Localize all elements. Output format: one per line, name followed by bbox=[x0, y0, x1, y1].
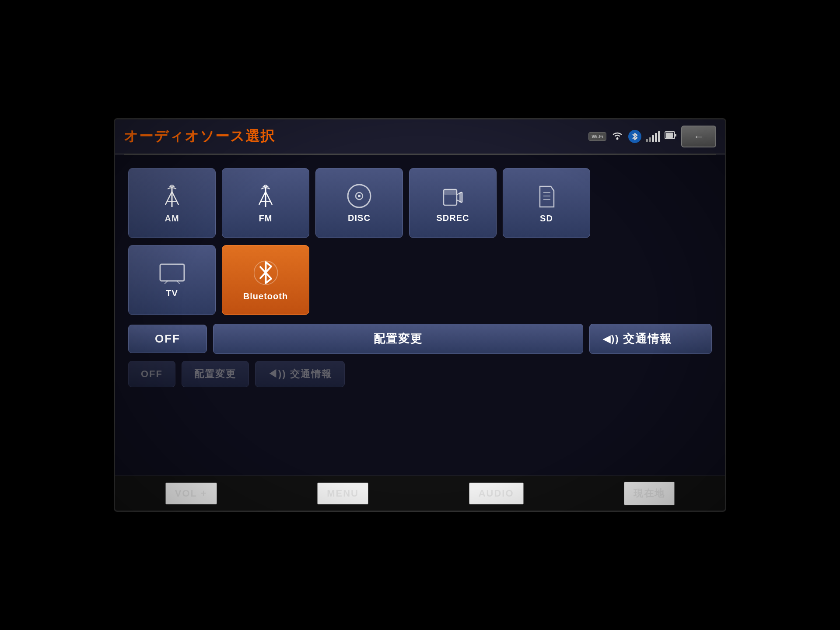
physical-buttons-bar: VOL + MENU AUDIO 現在地 bbox=[115, 476, 725, 511]
ghost-arrange: 配置変更 bbox=[182, 361, 249, 387]
ghost-traffic: ◀)) 交通情報 bbox=[255, 361, 345, 387]
page-title: オーディオソース選択 bbox=[124, 127, 275, 146]
disc-label: DISC bbox=[348, 213, 371, 223]
off-button[interactable]: OFF bbox=[128, 325, 207, 353]
source-button-sd[interactable]: SD bbox=[503, 168, 590, 238]
fm-label: FM bbox=[259, 214, 273, 224]
traffic-button[interactable]: ◀)) 交通情報 bbox=[589, 324, 712, 354]
svg-rect-16 bbox=[444, 189, 457, 195]
svg-point-14 bbox=[358, 195, 360, 197]
source-row-2: TV Bluetooth bbox=[128, 245, 712, 315]
status-icons: Wi-Fi bbox=[588, 126, 716, 147]
car-nav-screen: オーディオソース選択 Wi-Fi bbox=[114, 118, 726, 512]
sdrec-label: SDREC bbox=[436, 213, 469, 223]
source-button-am[interactable]: AM bbox=[128, 168, 216, 238]
current-location-button[interactable]: 現在地 bbox=[624, 482, 675, 505]
menu-button[interactable]: MENU bbox=[317, 483, 368, 504]
svg-rect-3 bbox=[666, 133, 673, 138]
signal-strength-icon bbox=[646, 131, 660, 142]
bluetooth-label: Bluetooth bbox=[243, 291, 288, 301]
main-content: AM FM bbox=[115, 155, 725, 476]
svg-line-10 bbox=[266, 192, 272, 205]
source-button-fm[interactable]: FM bbox=[222, 168, 309, 238]
svg-point-0 bbox=[616, 138, 619, 140]
header-bar: オーディオソース選択 Wi-Fi bbox=[115, 119, 725, 154]
vol-plus-button[interactable]: VOL + bbox=[165, 483, 217, 504]
am-label: AM bbox=[164, 214, 179, 224]
svg-rect-23 bbox=[160, 264, 184, 281]
source-button-sdrec[interactable]: SDREC bbox=[409, 168, 497, 238]
source-row-1: AM FM bbox=[128, 168, 712, 238]
arrange-button[interactable]: 配置変更 bbox=[213, 324, 583, 354]
wifi-badge: Wi-Fi bbox=[588, 132, 606, 141]
svg-line-5 bbox=[165, 192, 172, 205]
ghost-row: OFF 配置変更 ◀)) 交通情報 bbox=[128, 361, 712, 387]
svg-line-6 bbox=[172, 192, 178, 205]
bluetooth-status-icon bbox=[628, 130, 641, 143]
source-button-tv[interactable]: TV bbox=[128, 245, 216, 315]
svg-rect-2 bbox=[675, 134, 676, 136]
tv-label: TV bbox=[166, 288, 178, 298]
audio-button[interactable]: AUDIO bbox=[469, 483, 524, 504]
source-button-bluetooth[interactable]: Bluetooth bbox=[222, 245, 309, 315]
battery-icon bbox=[665, 130, 677, 143]
traffic-waves-icon: ◀)) bbox=[603, 333, 620, 345]
svg-line-9 bbox=[259, 192, 266, 205]
back-button[interactable]: ← bbox=[681, 126, 716, 147]
action-bar: OFF 配置変更 ◀)) 交通情報 bbox=[128, 324, 712, 354]
svg-rect-19 bbox=[459, 192, 463, 203]
wifi-icon bbox=[611, 130, 624, 143]
source-button-disc[interactable]: DISC bbox=[315, 168, 403, 238]
sd-label: SD bbox=[540, 214, 553, 224]
ghost-off: OFF bbox=[128, 361, 175, 387]
